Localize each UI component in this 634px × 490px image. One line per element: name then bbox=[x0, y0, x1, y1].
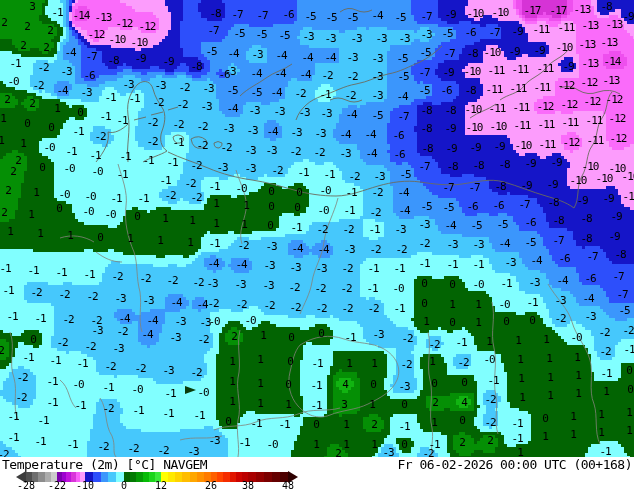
weather-map: 3-1-14-13-12-12222-12-10-1022-4-7-8-9-9-… bbox=[0, 0, 634, 457]
weather-map-page: 3-1-14-13-12-12222-12-10-1022-4-7-8-9-9-… bbox=[0, 0, 634, 490]
colorbar-tick-label: -22 bbox=[48, 482, 66, 490]
colorbar-tick-label: 12 bbox=[155, 482, 167, 490]
colorbar-tick-label: 26 bbox=[205, 482, 217, 490]
colorbar-tick-label: 0 bbox=[121, 482, 127, 490]
colorbar-tick-label: -28 bbox=[17, 482, 35, 490]
colorbar-tick-label: 48 bbox=[282, 482, 294, 490]
legend-title: Temperature (2m) [°C] NAVGEM bbox=[2, 457, 207, 472]
colorbar-tick-label: 38 bbox=[242, 482, 254, 490]
temperature-colorbar bbox=[0, 472, 634, 482]
forecast-datetime: Fr 06-02-2026 00:00 UTC (00+168) bbox=[398, 457, 632, 472]
legend-bar: Temperature (2m) [°C] NAVGEM Fr 06-02-20… bbox=[0, 457, 634, 490]
colorbar-tick-label: -10 bbox=[76, 482, 94, 490]
colorbar-ticks: -28-22-10012263848 bbox=[0, 482, 634, 490]
temperature-field-canvas bbox=[0, 0, 634, 457]
